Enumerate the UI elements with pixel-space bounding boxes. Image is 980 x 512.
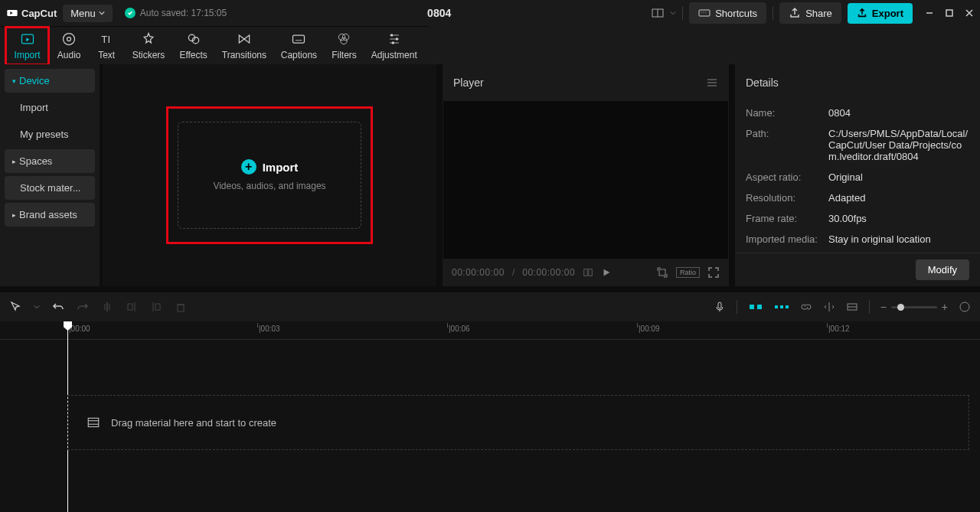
svg-rect-43: [757, 305, 762, 309]
tab-import[interactable]: Import: [5, 26, 50, 66]
svg-rect-15: [293, 35, 305, 43]
fit-icon[interactable]: [959, 301, 971, 313]
sidebar-item-mypresets[interactable]: My presets: [5, 122, 95, 146]
import-panel: + Import Videos, audios, and images: [103, 64, 436, 286]
chevron-down-icon[interactable]: [670, 10, 676, 16]
svg-rect-41: [718, 302, 721, 308]
titlebar: CapCut Menu Auto saved: 17:15:05 0804 Sh…: [0, 0, 980, 26]
svg-point-6: [706, 12, 707, 13]
ruler-tick: |00:03: [259, 324, 280, 333]
shortcuts-button[interactable]: Shortcuts: [689, 2, 766, 24]
fullscreen-icon[interactable]: [707, 266, 720, 279]
zoom-out-icon[interactable]: −: [880, 301, 887, 313]
compare-icon[interactable]: [583, 267, 593, 278]
import-dropzone[interactable]: + Import Videos, audios, and images: [166, 106, 373, 244]
svg-text:TI: TI: [102, 34, 111, 45]
svg-point-18: [343, 34, 349, 40]
details-title: Details: [746, 77, 779, 89]
minimize-icon[interactable]: [925, 8, 934, 18]
timeline-ruler[interactable]: |00:00 |00:03 |00:06 |00:09 |00:12: [0, 321, 980, 340]
svg-rect-45: [780, 305, 783, 308]
app-name: CapCut: [21, 8, 57, 19]
detail-label: Aspect ratio:: [746, 171, 828, 183]
align-icon[interactable]: [823, 301, 835, 313]
sidebar-item-stock[interactable]: Stock mater...: [5, 176, 95, 200]
captions-icon: [291, 31, 306, 47]
tab-transitions[interactable]: Transitions: [214, 28, 273, 64]
ruler-tick: |00:06: [449, 324, 470, 333]
keyboard-icon: [698, 7, 710, 19]
audio-icon: [61, 31, 77, 47]
split-icon[interactable]: [101, 301, 113, 313]
zoom-control[interactable]: − +: [880, 301, 948, 313]
preview-icon[interactable]: [846, 301, 858, 313]
play-icon[interactable]: [601, 267, 612, 278]
undo-icon[interactable]: [52, 301, 64, 313]
share-button[interactable]: Share: [779, 2, 841, 24]
tab-captions[interactable]: Captions: [273, 28, 324, 64]
capcut-icon: [6, 7, 18, 19]
svg-point-25: [391, 41, 394, 44]
menu-icon[interactable]: [706, 77, 718, 89]
track-dropzone[interactable]: Drag material here and start to create: [67, 395, 969, 450]
transitions-icon: [237, 31, 252, 47]
trim-left-icon[interactable]: [126, 301, 138, 313]
tab-filters[interactable]: Filters: [325, 28, 364, 64]
tab-effects[interactable]: Effects: [172, 28, 215, 64]
stickers-icon: [141, 31, 156, 47]
maximize-icon[interactable]: [945, 8, 954, 18]
zoom-in-icon[interactable]: +: [942, 301, 948, 313]
time-current: 00:00:00:00: [452, 267, 505, 278]
svg-point-50: [960, 302, 969, 311]
svg-rect-44: [775, 305, 778, 308]
player-viewport[interactable]: [443, 101, 728, 259]
layout-icon[interactable]: [652, 7, 664, 19]
autosave-status: Auto saved: 17:15:05: [125, 8, 227, 18]
detail-value: 0804: [828, 107, 969, 119]
svg-rect-38: [155, 304, 160, 310]
player-controls: 00:00:00:00 / 00:00:00:00 Ratio: [443, 259, 729, 286]
delete-icon[interactable]: [175, 301, 187, 313]
tab-text[interactable]: TI Text: [88, 28, 125, 64]
sidebar-item-brand[interactable]: ▸Brand assets: [5, 203, 95, 227]
close-icon[interactable]: [965, 8, 974, 18]
export-button[interactable]: Export: [848, 3, 913, 24]
link-icon[interactable]: [800, 301, 812, 313]
adjustment-icon: [387, 31, 402, 47]
titlebar-actions: Shortcuts Share Export: [652, 2, 974, 24]
modify-button[interactable]: Modify: [916, 259, 969, 280]
svg-rect-8: [946, 10, 952, 16]
chevron-down-icon[interactable]: [34, 304, 40, 310]
export-icon: [857, 8, 867, 18]
redo-icon[interactable]: [77, 301, 89, 313]
sidebar-item-import[interactable]: Import: [5, 96, 95, 119]
tab-adjustment[interactable]: Adjustment: [364, 28, 424, 64]
sidebar-item-spaces[interactable]: ▸Spaces: [5, 149, 95, 173]
mic-icon[interactable]: [714, 301, 726, 313]
detail-label: Path:: [746, 128, 828, 162]
filters-icon: [336, 31, 351, 47]
magnet-main-icon[interactable]: [748, 302, 763, 312]
tab-audio[interactable]: Audio: [50, 28, 88, 64]
cursor-icon[interactable]: [9, 301, 21, 313]
plus-icon: +: [241, 159, 256, 174]
ruler-tick: |00:00: [69, 324, 90, 333]
svg-rect-29: [584, 269, 587, 276]
detail-value: Adapted: [828, 192, 969, 204]
magnet-track-icon[interactable]: [774, 302, 789, 312]
sidebar-item-device[interactable]: ▾Device: [5, 69, 95, 93]
scale-icon[interactable]: [656, 266, 668, 279]
menu-button[interactable]: Menu: [63, 5, 113, 22]
tab-stickers[interactable]: Stickers: [125, 28, 172, 64]
chevron-down-icon: ▾: [12, 77, 16, 85]
timeline[interactable]: |00:00 |00:03 |00:06 |00:09 |00:12 Drag …: [0, 321, 980, 512]
app-logo: CapCut: [6, 7, 57, 19]
detail-value: C:/Users/PMLS/AppData/Local/CapCut/User …: [828, 128, 969, 162]
svg-rect-3: [699, 10, 710, 16]
ratio-button[interactable]: Ratio: [676, 267, 700, 278]
import-title: Import: [263, 161, 299, 174]
svg-point-19: [341, 38, 347, 44]
trim-right-icon[interactable]: [150, 301, 162, 313]
share-icon: [789, 7, 801, 19]
text-icon: TI: [99, 31, 114, 47]
